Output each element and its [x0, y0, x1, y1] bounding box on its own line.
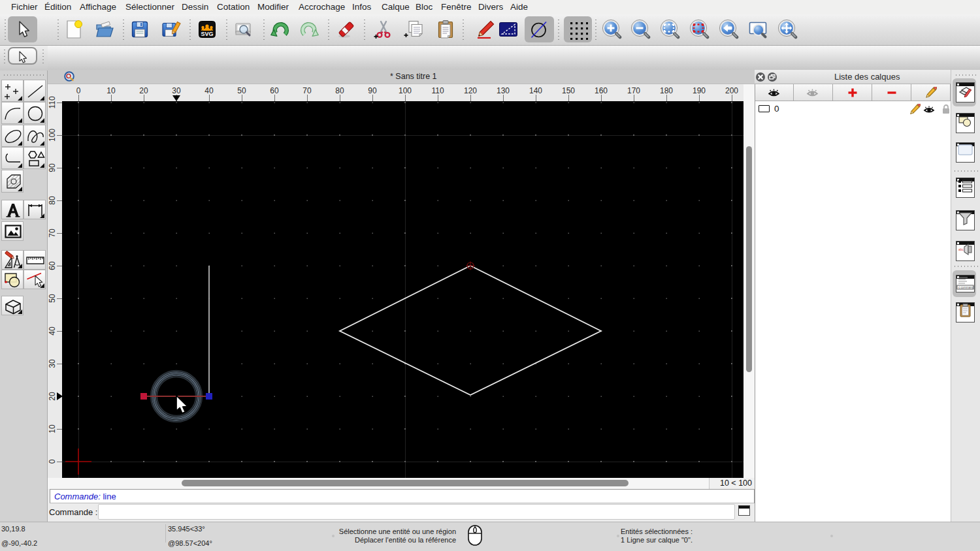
svg-text:SVG: SVG [201, 31, 213, 37]
svg-text:abc: abc [958, 247, 964, 251]
svg-text:c:command: c:command [958, 286, 974, 289]
